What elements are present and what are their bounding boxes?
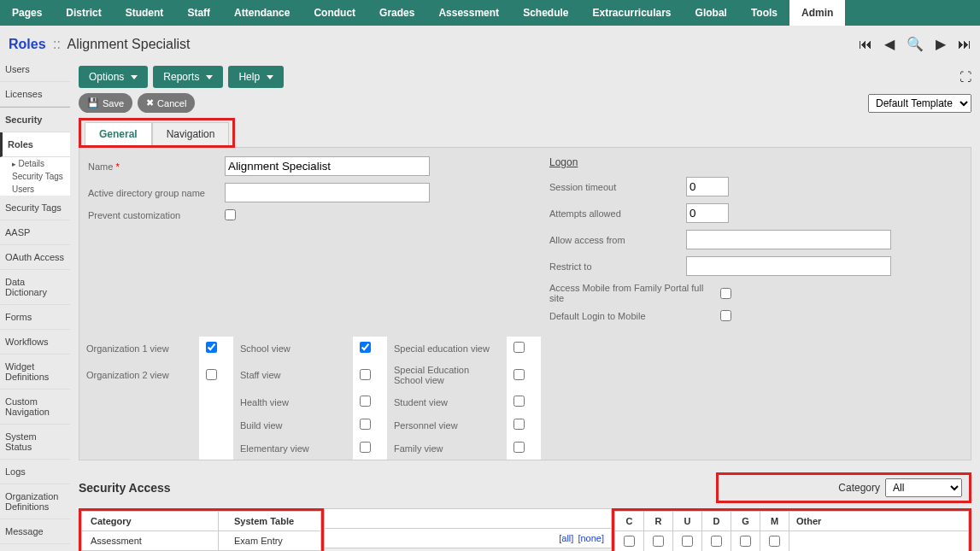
name-label: Name * [88,161,225,172]
options-button[interactable]: Options [79,66,148,88]
sidenav-organization-definitions[interactable]: Organization Definitions [0,484,70,519]
topnav-tools[interactable]: Tools [739,0,789,26]
help-button[interactable]: Help [228,66,284,88]
sidenav-custom-navigation[interactable]: Custom Navigation [0,390,70,425]
sec-u-checkbox[interactable] [682,536,693,547]
session-timeout-label: Session timeout [549,182,686,192]
topnav-attendance[interactable]: Attendance [222,0,302,26]
sec-header-d: D [702,512,731,531]
topnav-assessment[interactable]: Assessment [426,0,511,26]
sec-r-checkbox[interactable] [653,536,664,547]
session-timeout-input[interactable] [686,177,729,196]
view-checkbox-organization-1-view[interactable] [206,342,217,353]
security-left-highlight-box: CategorySystem TableAssessmentExam Entry… [79,508,324,551]
view-checkbox-organization-2-view[interactable] [206,369,217,380]
view-checkbox-student-view[interactable] [513,396,525,407]
view-label-student-view: Student view [387,390,507,413]
sec-c-checkbox[interactable] [624,536,635,547]
mobile-portal-checkbox[interactable] [720,288,731,299]
sec-m-checkbox[interactable] [769,536,780,547]
topnav-extracurriculars[interactable]: Extracurriculars [580,0,683,26]
sidenav-message[interactable]: Message [0,519,70,544]
breadcrumb-sep: :: [53,37,61,51]
prevent-checkbox[interactable] [225,209,236,220]
view-checkbox-personnel-view[interactable] [513,419,525,430]
view-checkbox-elementary-view[interactable] [360,442,371,453]
next-page-icon[interactable]: ▶ [936,36,946,52]
topnav-district[interactable]: District [54,0,113,26]
topnav-admin[interactable]: Admin [789,0,845,26]
view-checkbox-school-view[interactable] [360,342,371,353]
name-input[interactable] [225,156,430,176]
view-checkbox-staff-view[interactable] [360,369,371,380]
sidenav-security-tags[interactable]: Security Tags [0,196,70,220]
sec-none-link[interactable]: [none] [578,533,604,543]
restrict-to-input[interactable] [686,256,891,276]
sidenav-data-dictionary[interactable]: Data Dictionary [0,270,70,305]
breadcrumb-section[interactable]: Roles [9,37,46,51]
logon-heading: Logon [549,156,962,168]
adgroup-label: Active directory group name [88,188,225,198]
prev-page-icon[interactable]: ◀ [884,36,895,52]
sidenav-logs[interactable]: Logs [0,460,70,484]
topnav-staff[interactable]: Staff [175,0,222,26]
sidenav-users[interactable]: Users [0,57,70,82]
topnav-global[interactable]: Global [684,0,739,26]
sidenav-oauth-access[interactable]: OAuth Access [0,245,70,270]
sec-row-table[interactable]: Exam Entry [219,531,321,551]
first-page-icon[interactable]: ⏮ [859,37,872,52]
attempts-label: Attempts allowed [549,208,686,219]
sidenav-workflows[interactable]: Workflows [0,330,70,355]
sec-header-other: Other [789,512,969,531]
sidenav-roles[interactable]: Roles [0,132,70,157]
view-label-staff-view: Staff view [233,360,353,390]
sec-d-checkbox[interactable] [711,536,722,547]
tab-navigation[interactable]: Navigation [152,122,230,145]
sidenav-system-status[interactable]: System Status [0,425,70,460]
sidenav-roles-users[interactable]: Users [0,183,70,196]
tab-highlight-box: General Navigation [79,118,235,148]
sec-header-tbl: System Table [219,512,321,531]
sidenav-security-head[interactable]: Security [0,107,70,132]
view-label-organization-1-view: Organization 1 view [79,337,199,360]
view-checkbox-health-view[interactable] [360,396,371,407]
view-checkbox-special-education-school-view[interactable] [513,369,525,380]
page-title: Alignment Specialist [67,37,190,51]
view-label-special-education-view: Special education view [387,337,507,360]
default-mobile-label: Default Login to Mobile [549,311,720,321]
sidenav-roles-details[interactable]: Details [0,157,70,170]
topnav-grades[interactable]: Grades [367,0,426,26]
reports-button[interactable]: Reports [153,66,223,88]
maximize-icon[interactable]: ⛶ [959,70,971,84]
cancel-button[interactable]: ✖Cancel [138,93,195,113]
view-label-elementary-view: Elementary view [233,437,353,460]
save-button[interactable]: 💾Save [79,93,132,113]
restrict-to-label: Restrict to [549,261,686,272]
topnav-conduct[interactable]: Conduct [302,0,367,26]
sec-g-checkbox[interactable] [740,536,751,547]
topnav-pages[interactable]: Pages [0,0,54,26]
sidenav-aasp[interactable]: AASP [0,220,70,245]
mobile-portal-label: Access Mobile from Family Portal full si… [549,283,720,303]
category-select[interactable]: All [885,478,962,497]
sidenav-roles-security-tags[interactable]: Security Tags [0,170,70,183]
attempts-input[interactable] [686,203,729,223]
tab-general[interactable]: General [85,122,152,145]
topnav-student[interactable]: Student [114,0,176,26]
default-mobile-checkbox[interactable] [720,310,731,321]
view-checkbox-build-view[interactable] [360,419,371,430]
adgroup-input[interactable] [225,183,430,202]
search-icon[interactable]: 🔍 [907,36,924,52]
sidenav-widget-definitions[interactable]: Widget Definitions [0,355,70,390]
sidenav-licenses[interactable]: Licenses [0,82,70,107]
sidenav-forms[interactable]: Forms [0,305,70,330]
view-checkbox-family-view[interactable] [513,442,525,453]
view-label-build-view: Build view [233,413,353,437]
allow-from-label: Allow access from [549,235,686,245]
topnav-schedule[interactable]: Schedule [511,0,580,26]
template-select[interactable]: Default Template [868,94,971,113]
view-checkbox-special-education-view[interactable] [513,342,525,353]
last-page-icon[interactable]: ⏭ [958,37,971,52]
sec-all-link[interactable]: [all] [559,533,573,543]
allow-from-input[interactable] [686,230,891,249]
